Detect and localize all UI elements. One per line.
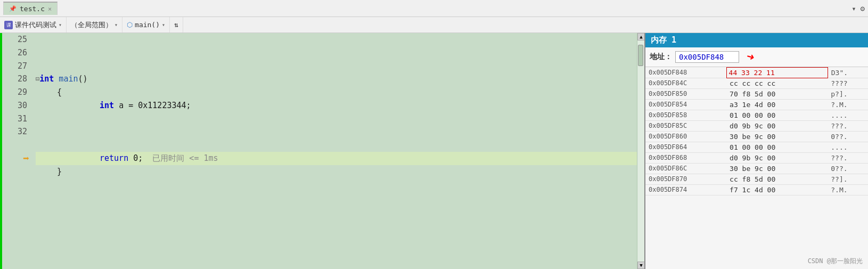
tab-dropdown-icon[interactable]: ▾ <box>851 4 856 13</box>
memory-row: 0x005DF870cc f8 5d 00??]. <box>645 174 868 184</box>
watermark: CSDN @那一脸阳光 <box>808 257 863 266</box>
tab-close-button[interactable]: × <box>48 5 52 13</box>
settings-icon[interactable]: ⚙ <box>861 4 865 13</box>
line-num-31: 31 <box>6 112 27 126</box>
memory-row: 0x005DF86401 00 00 00.... <box>645 142 868 152</box>
mem-ascii-cell: ???. <box>828 152 868 163</box>
scrollbar-up-arrow[interactable]: ▲ <box>637 33 644 40</box>
project-icon: 课 <box>4 21 13 29</box>
mem-ascii-cell: ???. <box>828 120 868 131</box>
mem-addr-cell: 0x005DF870 <box>645 174 726 184</box>
toolbar-sync-button[interactable]: ⇅ <box>170 17 183 32</box>
mem-bytes-cell: 70 f8 5d 00 <box>726 88 828 99</box>
mem-addr-cell: 0x005DF850 <box>645 88 726 99</box>
line-num-25: 25 <box>6 33 27 46</box>
code-line-27: { <box>36 86 637 99</box>
mem-addr-cell: 0x005DF874 <box>645 184 726 195</box>
address-label: 地址： <box>650 52 672 62</box>
toolbar-project-item[interactable]: 课 课件代码测试 ▾ <box>0 17 67 32</box>
mem-ascii-cell: .... <box>828 142 868 152</box>
mem-ascii-cell: 0??. <box>828 163 868 174</box>
mem-bytes-cell: d0 9b 9c 00 <box>726 152 828 163</box>
mem-addr-cell: 0x005DF854 <box>645 99 726 110</box>
open-brace: { <box>57 86 62 99</box>
toolbar-scope-label: （全局范围） <box>71 20 112 30</box>
mem-bytes-cell: 44 33 22 11 <box>726 68 828 78</box>
scope-dropdown-arrow: ▾ <box>114 22 118 28</box>
mem-addr-cell: 0x005DF84C <box>645 78 726 88</box>
mem-ascii-cell: ?.M. <box>828 99 868 110</box>
toolbar-scope-item[interactable]: （全局范围） ▾ <box>67 17 122 32</box>
mem-ascii-cell: .... <box>828 110 868 120</box>
toolbar-project-label: 课件代码测试 <box>15 20 56 30</box>
mem-bytes-cell: 01 00 00 00 <box>726 110 828 120</box>
mem-ascii-cell: 0??. <box>828 131 868 142</box>
function-dropdown-arrow: ▾ <box>162 22 165 28</box>
line-num-32: 32 <box>6 125 27 138</box>
memory-title-bar: 内存 1 <box>645 33 868 47</box>
keyword-int-28: int <box>100 99 114 112</box>
mem-addr-cell: 0x005DF860 <box>645 131 726 142</box>
mem-ascii-cell: ?.M. <box>828 184 868 195</box>
collapse-icon-26[interactable]: ⊟ <box>36 74 39 85</box>
line-num-30: 30 <box>6 99 27 112</box>
scrollbar-thumb[interactable] <box>638 45 643 66</box>
mem-ascii-cell: p?]. <box>828 88 868 99</box>
tab-bar-actions: ▾ ⚙ <box>851 4 865 13</box>
execution-arrow: ➡ <box>23 150 29 167</box>
mem-bytes-cell: 01 00 00 00 <box>726 142 828 152</box>
memory-row: 0x005DF85801 00 00 00.... <box>645 110 868 120</box>
red-arrow-indicator: ➜ <box>745 49 756 66</box>
close-brace: } <box>57 165 62 178</box>
func-parens: () <box>78 72 87 86</box>
code-line-32 <box>36 178 637 217</box>
memory-row: 0x005DF85070 f8 5d 00p?]. <box>645 88 868 99</box>
equals: = <box>128 99 133 112</box>
keyword-int: int <box>39 72 54 86</box>
file-tab[interactable]: 📌 test.c × <box>3 2 58 15</box>
memory-row: 0x005DF874f7 1c 4d 00?.M. <box>645 184 868 195</box>
memory-row: 0x005DF854a3 1e 4d 00?.M. <box>645 99 868 110</box>
mem-bytes-cell: 30 be 9c 00 <box>726 163 828 174</box>
code-lines-container[interactable]: ⊟ int main() { int a = 0x11223344; <box>31 33 637 269</box>
memory-table: 0x005DF84844 33 22 11D3".0x005DF84Ccc cc… <box>645 67 868 195</box>
memory-panel: 内存 1 地址： ➜ 0x005DF84844 33 22 11D3".0x00… <box>644 33 868 269</box>
memory-table-container[interactable]: 0x005DF84844 33 22 11D3".0x005DF84Ccc cc… <box>645 67 868 269</box>
mem-bytes-cell: d0 9b 9c 00 <box>726 120 828 131</box>
memory-row: 0x005DF85Cd0 9b 9c 00???. <box>645 120 868 131</box>
mem-addr-cell: 0x005DF868 <box>645 152 726 163</box>
main-area: 25 26 27 28 29 30 31 32 <box>0 33 868 269</box>
tab-bar: 📌 test.c × ▾ ⚙ <box>0 0 868 17</box>
code-line-31: } <box>36 165 637 178</box>
semicolon-28: ; <box>186 99 191 112</box>
mem-ascii-cell: ???? <box>828 78 868 88</box>
hex-value: 0x11223344 <box>138 99 186 112</box>
mem-addr-cell: 0x005DF864 <box>645 142 726 152</box>
code-scrollbar[interactable]: ▲ ▼ <box>637 33 644 269</box>
address-input[interactable] <box>675 51 739 63</box>
mem-bytes-cell: a3 1e 4d 00 <box>726 99 828 110</box>
scrollbar-down-arrow[interactable]: ▼ <box>637 262 644 269</box>
memory-row: 0x005DF84844 33 22 11D3". <box>645 68 868 78</box>
mem-addr-cell: 0x005DF86C <box>645 163 726 174</box>
mem-bytes-cell: 30 be 9c 00 <box>726 131 828 142</box>
mem-ascii-cell: D3". <box>828 68 868 78</box>
mem-addr-cell: 0x005DF848 <box>645 68 726 78</box>
code-line-29 <box>36 112 637 152</box>
return-value: 0 <box>133 152 138 165</box>
memory-row: 0x005DF868d0 9b 9c 00???. <box>645 152 868 163</box>
func-name-main: main <box>59 72 78 86</box>
line-num-28: 28 <box>6 72 27 86</box>
toolbar-function-item[interactable]: ⬡ main() ▾ <box>122 17 170 32</box>
memory-row: 0x005DF86C30 be 9c 000??. <box>645 163 868 174</box>
code-editor: 25 26 27 28 29 30 31 32 <box>0 33 644 269</box>
function-icon: ⬡ <box>127 21 133 29</box>
sync-icon: ⇅ <box>174 21 178 29</box>
code-line-25 <box>36 33 637 72</box>
memory-address-bar: 地址： ➜ <box>645 47 868 67</box>
code-line-26: ⊟ int main() <box>36 72 637 86</box>
mem-bytes-cell: f7 1c 4d 00 <box>726 184 828 195</box>
code-line-30: ➡ return 0; 已用时间 <= 1ms <box>36 152 637 165</box>
scrollbar-track[interactable] <box>637 40 644 262</box>
memory-row: 0x005DF84Ccc cc cc cc???? <box>645 78 868 88</box>
